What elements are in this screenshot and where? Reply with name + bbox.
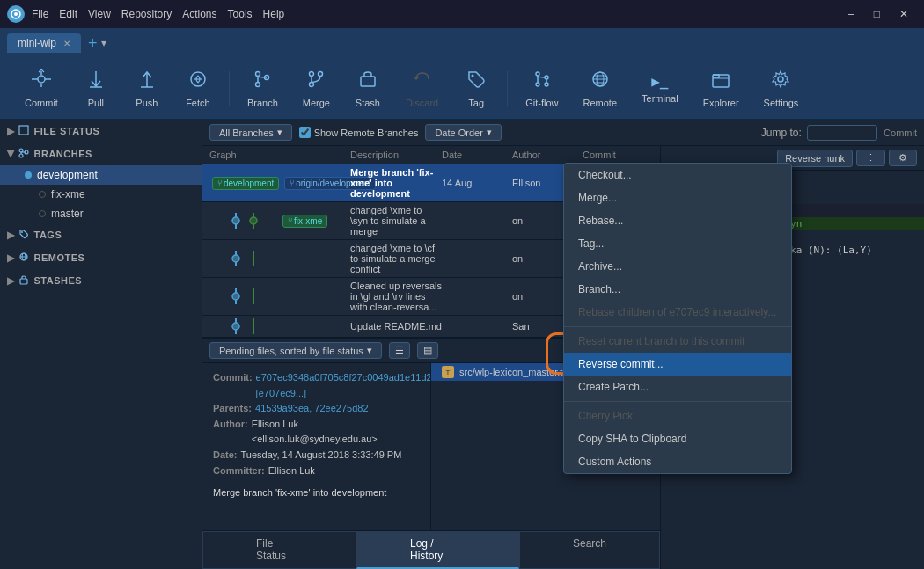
new-tab-button[interactable]: + [88,34,98,53]
svg-rect-45 [20,279,27,284]
col-author: Author [512,150,583,160]
show-remote-checkbox[interactable] [299,127,311,138]
ctx-merge[interactable]: Merge... [564,186,791,209]
tab-close-icon[interactable]: ✕ [63,39,70,48]
commit-button[interactable]: Commit [14,64,69,113]
maximize-button[interactable]: □ [865,4,889,24]
tab-file-status[interactable]: File Status [202,531,356,569]
menu-actions[interactable]: Actions [182,8,216,20]
ctx-separator-2 [564,401,791,402]
file-icon: T [442,366,454,378]
author-label: Author: [213,417,248,448]
col-commit: Commit [583,150,653,160]
date-order-label: Date Order [435,128,482,138]
diff-gear-button[interactable]: ⚙ [889,150,917,166]
svg-point-38 [19,154,23,157]
sidebar-section-tags[interactable]: ▶ TAGS [0,223,202,246]
ctx-rebase-interactive[interactable]: Rebase children of e707ec9 interactively… [564,301,791,324]
ctx-tag[interactable]: Tag... [564,232,791,255]
sidebar-section-branches[interactable]: ▶ BRANCHES [0,142,202,165]
show-remote-label[interactable]: Show Remote Branches [299,127,419,138]
menu-tools[interactable]: Tools [228,8,253,20]
push-button[interactable]: Push [123,64,171,113]
menu-file[interactable]: File [32,8,48,20]
sidebar-section-file-status[interactable]: ▶ FILE STATUS [0,120,202,142]
menu-view[interactable]: View [88,8,111,20]
pull-button[interactable]: Pull [72,64,120,113]
graph-cell-0: ⑂development ⑂origin/development [209,174,350,192]
ctx-reset[interactable]: Reset current branch to this commit [564,330,791,353]
ctx-reverse-commit[interactable]: Reverse commit... [564,353,791,376]
parents-field: Parents: 41539a93ea, 72ee275d82 [213,401,420,417]
svg-point-19 [319,71,323,76]
sidebar-section-remotes[interactable]: ▶ REMOTES [0,246,202,269]
tab-search[interactable]: Search [519,531,660,569]
pending-files-button[interactable]: Pending files, sorted by file status ▾ [209,342,382,359]
svg-point-13 [256,71,260,76]
ctx-copy-sha[interactable]: Copy SHA to Clipboard [564,427,791,450]
date-order-chevron: ▾ [487,127,492,138]
titlebar: File Edit View Repository Actions Tools … [0,0,924,28]
jump-to-section: Jump to: Commit [761,125,917,141]
ctx-custom-actions[interactable]: Custom Actions [564,450,791,473]
svg-point-61 [232,323,239,330]
remote-label: Remote [583,98,618,108]
commit-label: Commit [25,98,58,108]
date-field: Date: Tuesday, 14 August 2018 3:33:49 PM [213,448,420,463]
remote-button[interactable]: Remote [573,64,628,113]
branch-label: Branch [247,98,278,108]
menu-repository[interactable]: Repository [121,8,172,20]
ctx-rebase[interactable]: Rebase... [564,209,791,232]
gitflow-button[interactable]: Git-flow [515,64,568,113]
ctx-cherry-pick[interactable]: Cherry Pick [564,405,791,427]
graph-toolbar: All Branches ▾ Show Remote Branches Date… [202,120,924,146]
file-status-label: FILE STATUS [34,126,100,136]
explorer-button[interactable]: Explorer [693,64,750,113]
close-button[interactable]: ✕ [891,4,917,24]
ctx-checkout[interactable]: Checkout... [564,164,791,186]
commit-field-value: e707ec9348a0f705c8f27c0049ad1e11d22e76d3… [256,370,431,401]
date-order-button[interactable]: Date Order ▾ [425,124,501,141]
fetch-button[interactable]: Fetch [174,64,222,113]
stash-icon [358,69,378,94]
graph-cell-3 [209,288,350,304]
view-mode-button[interactable]: ☰ [389,342,410,359]
pending-files-chevron: ▾ [367,345,372,356]
branch-button[interactable]: Branch [237,64,289,113]
pull-label: Pull [88,98,104,108]
sidebar-branch-development[interactable]: development [0,165,202,185]
commit-icon [32,69,51,94]
discard-button[interactable]: Discard [395,64,449,113]
branch-icon [253,69,272,94]
branch-fix-xme-label: fix-xme [51,188,85,201]
tab-mini-wlp[interactable]: mini-wlp ✕ [7,33,81,53]
tab-log-history[interactable]: Log / History [356,531,519,569]
tags-chevron: ▶ [7,230,15,241]
commits-header: Graph Description Date Author Commit [202,146,660,164]
merge-button[interactable]: Merge [292,64,341,113]
all-branches-button[interactable]: All Branches ▾ [209,124,292,141]
settings-button[interactable]: Settings [753,64,810,113]
ctx-archive[interactable]: Archive... [564,255,791,278]
ctx-create-patch[interactable]: Create Patch... [564,376,791,398]
terminal-button[interactable]: ▶_ Terminal [631,68,689,109]
diff-settings-button[interactable]: ⋮ [856,150,885,166]
author-field: Author: Ellison Luk <ellison.luk@sydney.… [213,417,420,448]
menu-help[interactable]: Help [263,8,285,20]
minimize-button[interactable]: – [840,4,863,24]
tab-arrow-icon[interactable]: ▾ [101,37,106,49]
jump-to-input[interactable] [807,125,877,141]
ctx-branch[interactable]: Branch... [564,278,791,301]
tag-button[interactable]: Tag [452,64,500,113]
pending-files-label: Pending files, sorted by file status [219,346,363,356]
all-branches-label: All Branches [219,128,274,138]
sidebar-branch-fix-xme[interactable]: fix-xme [0,185,202,204]
svg-point-1 [14,12,18,16]
discard-icon [413,69,432,94]
sidebar-section-stashes[interactable]: ▶ STASHES [0,269,202,292]
sidebar-branch-master[interactable]: master [0,204,202,223]
menu-edit[interactable]: Edit [59,8,77,20]
svg-point-51 [232,217,239,224]
stash-button[interactable]: Stash [344,64,392,113]
list-mode-button[interactable]: ▤ [417,342,438,359]
